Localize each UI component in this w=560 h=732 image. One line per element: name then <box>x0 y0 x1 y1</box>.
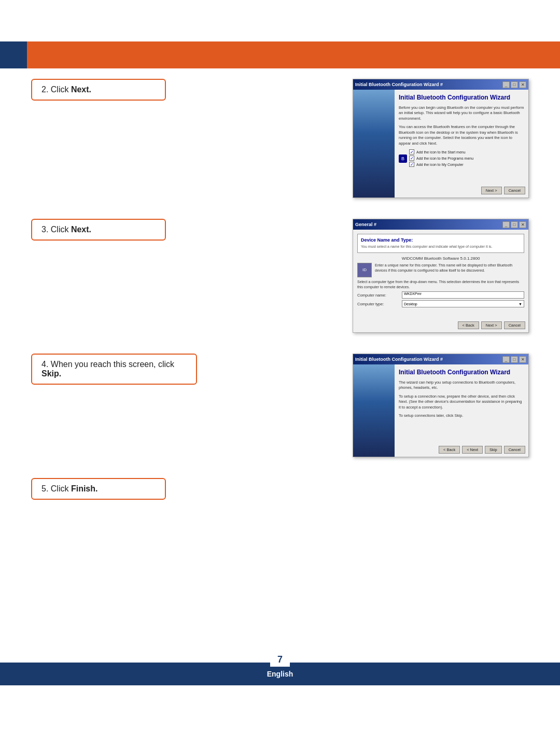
step-2-next-btn[interactable]: Next > <box>481 187 502 194</box>
step-3-field-type-select[interactable]: Desktop▼ <box>402 300 524 307</box>
step-3-dialog: General # _ □ ✕ Device Name and Type: Yo… <box>353 219 529 333</box>
step-2-label-col: 2. Click Next. <box>31 79 166 101</box>
step-3-titlebar: General # _ □ ✕ <box>353 219 528 230</box>
footer-page-box: 7 <box>270 653 290 667</box>
step-3-select-text: Select a computer type from the drop-dow… <box>357 279 524 290</box>
step-2-label-box: 2. Click Next. <box>31 79 166 101</box>
step-2-checkbox-group: B ✓ Add the icon to the Start menu ✓ Add… <box>399 149 524 168</box>
checkbox-2-label: Add the icon to the Programs menu <box>416 157 473 160</box>
step-3-win-maximize-btn: □ <box>511 221 518 228</box>
step-3-win-buttons: _ □ ✕ <box>502 221 526 228</box>
step-2-screenshot: Initial Bluetooth Configuration Wizard #… <box>353 79 529 198</box>
step-2-bold: Next. <box>71 85 91 94</box>
win-minimize-btn: _ <box>502 81 510 88</box>
step-3-field-name-label: Computer name: <box>357 293 399 298</box>
checkbox-1: ✓ <box>409 149 414 154</box>
step-3-text: Click <box>51 225 71 234</box>
checkbox-row-1: ✓ Add the icon to the Start menu <box>409 149 473 154</box>
step-2-win-sidebar <box>353 90 395 198</box>
step-4-titlebar-text: Initial Bluetooth Configuration Wizard # <box>355 357 443 362</box>
step-2-footer-buttons: Next > Cancel <box>481 187 525 194</box>
step-3-header-section: Device Name and Type: You must select a … <box>357 234 524 253</box>
step-4-win-main: Initial Bluetooth Configuration Wizard T… <box>395 364 528 457</box>
step-4-screenshot-col: Initial Bluetooth Configuration Wizard #… <box>353 354 529 457</box>
step-4-dialog: Initial Bluetooth Configuration Wizard #… <box>353 354 529 457</box>
step-3-identity-icon: ID <box>357 263 372 277</box>
step-3-section-title: Device Name and Type: <box>361 237 521 243</box>
step-3-version: WIDCOMM Bluetooth Software 5.0.1.2800 <box>357 256 524 261</box>
step-3-section-body: You must select a name for this computer… <box>361 244 521 249</box>
step-3-footer-buttons: < Back Next > Cancel <box>458 321 525 329</box>
step-5-text: Click <box>51 484 71 493</box>
step-3-prefix: 3. <box>41 225 48 234</box>
step-4-win-minimize-btn: _ <box>502 356 510 363</box>
step-3-bold: Next. <box>71 225 91 234</box>
step-3-identity: ID Enter a unique name for this computer… <box>357 263 524 277</box>
checkbox-3-label: Add the icon to My Computer <box>416 163 464 166</box>
step-4-body-text2: To setup a connection now, prepare the o… <box>399 394 524 411</box>
step-2-row: 2. Click Next. Initial Bluetooth Configu… <box>31 79 529 198</box>
step-4-body-text1: The wizard can help you setup connection… <box>399 380 524 391</box>
step-4-win-sidebar <box>353 364 395 457</box>
step-4-cancel-btn[interactable]: Cancel <box>504 446 525 454</box>
step-2-win-buttons: _ □ ✕ <box>502 81 526 88</box>
step-3-field-name-input[interactable]: WKDXPmr <box>402 291 524 299</box>
step-5-bold: Finish. <box>71 484 98 493</box>
step-5-prefix: 5. <box>41 484 48 493</box>
step-2-dialog: Initial Bluetooth Configuration Wizard #… <box>353 79 529 198</box>
step-2-body-text2: You can access the Bluetooth features on… <box>399 124 524 146</box>
step-4-win-close-btn: ✕ <box>519 356 526 363</box>
main-content: 2. Click Next. Initial Bluetooth Configu… <box>0 68 560 526</box>
step-4-row: 4. When you reach this screen, click Ski… <box>31 354 529 457</box>
checkbox-2: ✓ <box>409 156 414 161</box>
step-2-prefix: 2. <box>41 85 48 94</box>
step-5-row: 5. Click Finish. <box>31 478 529 500</box>
step-3-cancel-btn[interactable]: Cancel <box>504 321 525 329</box>
checkbox-1-label: Add the icon to the Start menu <box>416 150 466 154</box>
step-3-screenshot: General # _ □ ✕ Device Name and Type: Yo… <box>353 219 529 333</box>
step-3-win-close-btn: ✕ <box>519 221 526 228</box>
step-4-skip-btn[interactable]: Skip <box>485 446 502 454</box>
step-5-label-box: 5. Click Finish. <box>31 478 166 500</box>
step-4-prefix: 4. <box>41 360 48 369</box>
step-2-dialog-title: Initial Bluetooth Configuration Wizard <box>399 94 524 102</box>
step-2-win-body: Initial Bluetooth Configuration Wizard B… <box>353 90 528 198</box>
step-2-titlebar-text: Initial Bluetooth Configuration Wizard # <box>355 82 443 87</box>
step-4-next-btn[interactable]: < Next <box>462 446 483 454</box>
step-3-next-btn[interactable]: Next > <box>481 321 502 329</box>
step-4-footer-buttons: < Back < Next Skip Cancel <box>439 446 525 454</box>
checkbox-row-2: ✓ Add the icon to the Programs menu <box>409 156 473 161</box>
step-4-body-text3: To setup connections later, click Skip. <box>399 413 524 419</box>
step-3-label-box: 3. Click Next. <box>31 219 166 241</box>
step-3-label-col: 3. Click Next. <box>31 219 166 241</box>
step-3-back-btn[interactable]: < Back <box>458 321 479 329</box>
step-2-cancel-btn[interactable]: Cancel <box>504 187 525 194</box>
checkbox-row-3: ✓ Add the icon to My Computer <box>409 162 473 167</box>
win-maximize-btn: □ <box>511 81 518 88</box>
footer-page-number: 7 <box>277 654 283 666</box>
header-bar <box>0 41 560 68</box>
step-4-titlebar: Initial Bluetooth Configuration Wizard #… <box>353 354 528 364</box>
step-4-win-body: Initial Bluetooth Configuration Wizard T… <box>353 364 528 457</box>
bluetooth-icon: B <box>399 154 407 163</box>
win-close-btn: ✕ <box>519 81 526 88</box>
step-4-win-buttons: _ □ ✕ <box>502 356 526 363</box>
step-3-row: 3. Click Next. General # _ □ ✕ <box>31 219 529 333</box>
step-3-win-minimize-btn: _ <box>502 221 510 228</box>
step-4-label-box: 4. When you reach this screen, click Ski… <box>31 354 197 385</box>
footer-bar: 7 English <box>0 663 560 685</box>
step-4-win-maximize-btn: □ <box>511 356 518 363</box>
step-4-text: When you reach this screen, click <box>51 360 174 369</box>
step-2-titlebar: Initial Bluetooth Configuration Wizard #… <box>353 79 528 90</box>
step-2-win-main: Initial Bluetooth Configuration Wizard B… <box>395 90 528 198</box>
step-3-field-type-row: Computer type: Desktop▼ <box>357 300 524 307</box>
step-4-dialog-title: Initial Bluetooth Configuration Wizard <box>399 369 524 377</box>
step-3-identity-text: Enter a unique name for this computer. T… <box>375 263 524 277</box>
step-2-text: Click <box>51 85 71 94</box>
step-3-body: Device Name and Type: You must select a … <box>353 230 528 332</box>
step-2-body-text1: Before you can begin using Bluetooth on … <box>399 105 524 122</box>
step-3-field-type-label: Computer type: <box>357 302 399 306</box>
step-3-titlebar-text: General # <box>355 222 376 227</box>
step-4-back-btn[interactable]: < Back <box>439 446 460 454</box>
step-4-bold: Skip. <box>41 369 61 378</box>
